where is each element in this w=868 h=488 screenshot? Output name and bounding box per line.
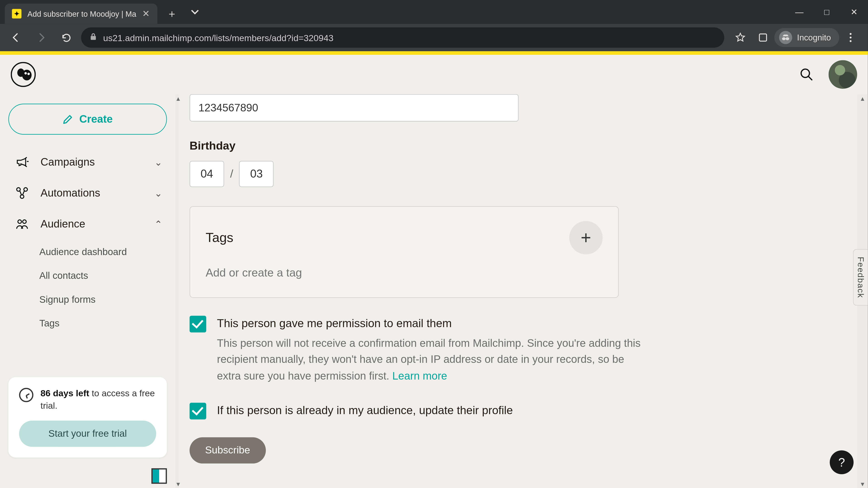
create-label: Create [79,113,113,125]
feedback-tab[interactable]: Feedback [853,249,868,306]
update-profile-checkbox[interactable] [190,403,206,420]
cookie-pref-icon[interactable] [151,468,167,484]
browser-toolbar: us21.admin.mailchimp.com/lists/members/a… [0,24,868,51]
incognito-icon [779,31,792,44]
svg-line-13 [808,76,812,80]
window-close-icon[interactable]: ✕ [840,0,868,24]
subnav-tags[interactable]: Tags [39,313,167,334]
svg-rect-0 [91,36,96,40]
svg-point-2 [782,37,786,40]
date-separator: / [230,167,233,181]
permission-description: This person will not receive a confirmat… [217,335,643,385]
mailchimp-logo[interactable] [11,62,36,87]
tab-title: Add subscriber to Moodjoy | Ma [27,9,136,18]
update-profile-title: If this person is already in my audience… [217,403,513,419]
incognito-label: Incognito [797,33,831,42]
scroll-up-icon[interactable]: ▲ [857,95,868,102]
tab-list-icon[interactable] [181,0,209,24]
audience-submenu: Audience dashboard All contacts Signup f… [8,242,167,334]
sidebar-item-campaigns[interactable]: Campaigns ⌄ [8,148,167,176]
scroll-down-icon[interactable]: ▼ [175,481,179,487]
extensions-icon[interactable] [752,27,774,48]
create-button[interactable]: Create [8,104,167,135]
nav-forward-button[interactable] [31,27,51,48]
accent-bar [0,51,868,55]
browser-tabstrip: ✦ Add subscriber to Moodjoy | Ma ✕ ＋ ― □… [0,0,868,24]
global-search-button[interactable] [794,62,819,87]
svg-point-3 [786,37,789,40]
update-profile-checkbox-row: If this person is already in my audience… [190,403,643,420]
start-trial-button[interactable]: Start your free trial [19,421,156,447]
trial-text: 86 days left to access a free trial. [40,386,156,412]
tag-input[interactable] [206,266,602,280]
flow-icon [13,186,31,200]
scroll-down-icon[interactable]: ▼ [857,481,868,487]
window-maximize-icon[interactable]: □ [813,0,840,24]
sidebar-item-automations[interactable]: Automations ⌄ [8,179,167,207]
clock-icon [19,387,33,402]
account-avatar[interactable] [829,60,857,89]
chevron-up-icon: ⌃ [154,218,162,230]
sidebar: Create Campaigns ⌄ Automations [0,94,175,488]
subnav-all-contacts[interactable]: All contacts [39,266,167,286]
svg-point-17 [18,220,22,223]
people-icon [13,217,31,231]
svg-point-9 [22,70,32,80]
svg-point-11 [27,73,30,75]
nav-reload-button[interactable] [56,27,76,48]
add-tag-button[interactable]: + [569,221,602,254]
sidebar-label: Audience [40,218,85,230]
app-header [0,55,868,94]
svg-point-10 [24,72,27,74]
chevron-down-icon: ⌄ [154,156,162,168]
learn-more-link[interactable]: Learn more [392,370,447,382]
svg-point-5 [850,37,851,38]
subnav-audience-dashboard[interactable]: Audience dashboard [39,242,167,262]
nav-back-button[interactable] [6,27,26,48]
svg-point-6 [850,40,851,42]
window-minimize-icon[interactable]: ― [786,0,813,24]
birthday-day-input[interactable] [239,161,274,187]
sidebar-item-audience[interactable]: Audience ⌃ [8,210,167,238]
permission-checkbox[interactable] [190,316,206,332]
browser-tab-active[interactable]: ✦ Add subscriber to Moodjoy | Ma ✕ [5,4,157,24]
permission-checkbox-row: This person gave me permission to email … [190,316,643,385]
scroll-up-icon[interactable]: ▲ [175,95,179,102]
sidebar-label: Automations [40,187,100,199]
svg-point-18 [23,220,26,223]
svg-point-4 [850,33,851,35]
url-text: us21.admin.mailchimp.com/lists/members/a… [103,33,333,43]
lock-icon [90,33,97,42]
subscribe-button[interactable]: Subscribe [190,437,266,464]
phone-value: 1234567890 [198,102,258,114]
phone-input[interactable]: 1234567890 [190,94,519,122]
megaphone-icon [13,155,31,169]
browser-menu-icon[interactable] [839,27,862,48]
tags-card: Tags + [190,206,619,298]
trial-callout: 86 days left to access a free trial. Sta… [8,377,167,457]
svg-point-16 [20,195,24,198]
plus-icon: + [581,228,591,248]
permission-title: This person gave me permission to email … [217,316,643,332]
main-content: 1234567890 Birthday / Tags + [179,94,857,488]
bookmark-star-icon[interactable] [729,27,752,48]
subnav-signup-forms[interactable]: Signup forms [39,290,167,310]
tab-close-icon[interactable]: ✕ [142,8,150,19]
sidebar-scrollbar[interactable]: ▲ ▼ [175,94,179,488]
chevron-down-icon: ⌄ [154,187,162,199]
sidebar-label: Campaigns [40,156,95,168]
tab-favicon: ✦ [12,9,22,19]
incognito-indicator[interactable]: Incognito [774,28,839,47]
new-tab-button[interactable]: ＋ [163,5,181,23]
pencil-icon [63,114,73,125]
help-button[interactable]: ? [830,451,854,474]
tags-heading: Tags [206,230,234,246]
svg-rect-1 [760,34,767,41]
address-bar[interactable]: us21.admin.mailchimp.com/lists/members/a… [81,27,724,48]
birthday-label: Birthday [190,139,846,153]
birthday-month-input[interactable] [190,161,224,187]
